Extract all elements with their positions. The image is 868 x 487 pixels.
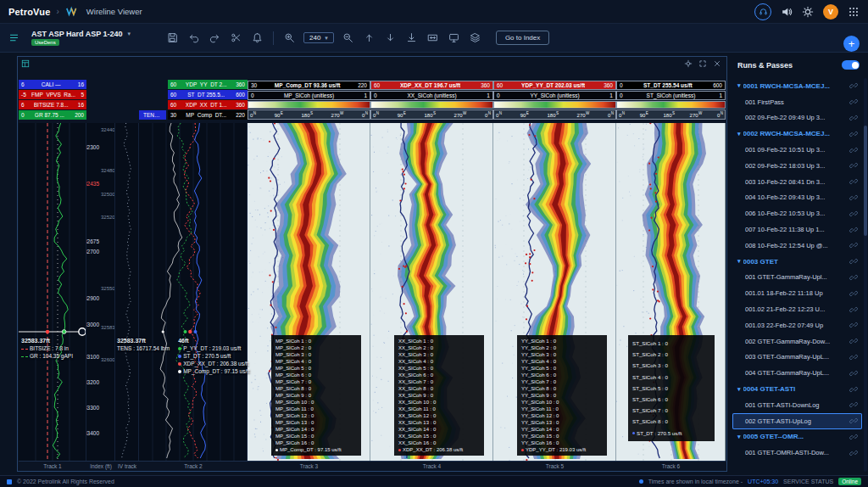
pass-item[interactable]: 001.01 18-Feb-22 11:18 Up [732, 285, 862, 301]
undo-button[interactable] [186, 31, 201, 45]
pass-label: 001 GTET-OMRI-ASTI-Dow... [745, 449, 847, 456]
azimuth-value: 0 [717, 113, 720, 118]
pass-item[interactable]: 002 09-Feb-22 18:03 Up 3... [732, 158, 862, 174]
azimuth-label: 180S [663, 111, 675, 118]
plot-col-7[interactable]: ST_SlCoh 1 : 0ST_SlCoh 2 : 0ST_SlCoh 3 :… [616, 123, 726, 461]
legend-line: ST_SlCoh 6 : 0 [632, 394, 710, 405]
track2-curve-header: 30MP_Comp_DT...220 [168, 110, 248, 120]
pass-item[interactable]: 002 09-Feb-22 09:49 Up 3... [732, 110, 862, 126]
pass-item[interactable]: 004 10-Feb-22 09:43 Up 3... [732, 190, 862, 206]
plot-col-1[interactable]: 3230032435326753270032900330003310033200… [86, 123, 115, 461]
template-selector[interactable]: AST ASP Hard ASP 1-240 ▾ UseDens [31, 30, 159, 46]
panel-expand-icon[interactable] [698, 59, 707, 68]
pass-item[interactable]: 006 10-Feb-22 10:53 Up 3... [732, 205, 862, 221]
plot-col-6[interactable]: YY_SlCoh 1 : 0YY_SlCoh 2 : 0YY_SlCoh 3 :… [493, 123, 616, 461]
runs-section[interactable]: ▾0004 GTET-ASTI [732, 381, 862, 397]
pass-item[interactable]: 003 GTET-GammaRay-UpL... [732, 350, 862, 366]
zoom-in-button[interactable] [282, 31, 297, 45]
legend-line: XX_SlCoh 15 : 0 [398, 433, 480, 439]
runs-section[interactable]: ▾0002 RWCH-MCSA-MCEJ... [732, 126, 862, 142]
legend-line: XX_SlCoh 11 : 0 [398, 406, 480, 412]
pass-item[interactable]: 001 FirstPass [732, 94, 862, 110]
pass-item[interactable]: 002 GTET-ASTI-UpLog [732, 413, 862, 429]
service-status-badge: Online [838, 478, 861, 485]
runs-section[interactable]: ▾0005 GTET--OMR... [732, 429, 862, 445]
support-headset-icon[interactable] [754, 3, 771, 20]
azimuth-label: 270W [577, 111, 590, 118]
scrollbar-thumb[interactable] [864, 126, 867, 236]
readout-columns: 32583.37ftTENS : 16717.54 lbm46ftP_YY_DT… [117, 337, 250, 375]
scale-min: 0 [620, 82, 623, 88]
depth-label-zoomed: 32520 [101, 215, 115, 220]
plot-col-4[interactable]: MP_SlCoh 1 : 0MP_SlCoh 2 : 0MP_SlCoh 3 :… [248, 123, 370, 461]
curve-marker-icon [178, 355, 181, 358]
cut-button[interactable] [229, 31, 243, 45]
link-icon [849, 177, 858, 186]
pass-item[interactable]: 001.02 21-Feb-22 12:23 U... [732, 301, 862, 317]
azimuth-dir: N [376, 111, 379, 115]
azimuth-label: 0N [373, 111, 379, 118]
speaker-icon[interactable] [781, 6, 793, 18]
azimuth-value: 180 [663, 113, 671, 118]
depth-label: 33300 [86, 404, 99, 410]
pass-item[interactable]: 002 GTET-GammaRay-Dow... [732, 333, 862, 350]
plot-col-5[interactable]: XX_SlCoh 1 : 0XX_SlCoh 2 : 0XX_SlCoh 3 :… [370, 123, 493, 461]
viewer-toolbar: AST ASP Hard ASP 1-240 ▾ UseDens 240 ▾ G… [0, 24, 868, 53]
scale-select[interactable]: 240 ▾ [303, 32, 334, 43]
legend-line: YY_SlCoh 14 : 0 [521, 426, 603, 433]
pass-label: 001.01 18-Feb-22 11:18 Up [745, 289, 847, 297]
user-avatar[interactable]: V [823, 4, 838, 20]
settings-gear-icon[interactable] [802, 6, 814, 18]
link-icon [849, 353, 858, 361]
pass-item[interactable]: 001 GTET-OMRI-ASTI-Dow... [732, 445, 862, 461]
header-col-1 [86, 57, 115, 123]
scroll-up-button[interactable] [362, 31, 376, 45]
pass-item[interactable]: 004 GTET-GammaRay-UpL... [732, 365, 862, 381]
scroll-down-button[interactable] [383, 31, 398, 45]
brand-logo[interactable]: PetroVue [8, 7, 50, 17]
pass-item[interactable]: 007 10-Feb-22 11:38 Up 1... [732, 221, 862, 238]
legend-final-line: MP_Comp_DT : 97.15 us/ft [275, 446, 357, 453]
runs-section[interactable]: ▾0001 RWCH-MCSA-MCEJ... [732, 78, 862, 94]
presets-list-icon[interactable] [7, 31, 21, 45]
add-button[interactable]: + [843, 36, 860, 52]
panel-settings-gear-icon[interactable] [684, 59, 693, 68]
pass-item[interactable]: 001 GTET-GammaRay-Upl... [732, 270, 862, 286]
alerts-bell-button[interactable] [250, 31, 264, 45]
save-button[interactable] [165, 31, 180, 45]
curve-max: 220 [236, 112, 245, 118]
sidebar-scrollbar[interactable] [864, 78, 867, 472]
azimuth-label: 180S [547, 111, 559, 118]
pass-label: 001.03 22-Feb-22 07:49 Up [745, 322, 847, 329]
plot-col-0[interactable]: 32583.37ftBITSIZE : 7.8 inGR : 104.35 gA… [19, 123, 86, 461]
pass-item[interactable]: 003 10-Feb-22 08:41 Dn 3... [732, 174, 862, 190]
go-to-index-button[interactable]: Go to Index [496, 31, 549, 45]
presentation-button[interactable] [447, 31, 461, 45]
legend-line: YY_SlCoh 10 : 0 [521, 399, 603, 406]
link-icon [849, 114, 858, 122]
legend-line: MP_SlCoh 13 : 0 [275, 419, 357, 426]
pass-label: 006 10-Feb-22 10:53 Up 3... [745, 210, 847, 217]
apps-grid-icon[interactable] [848, 6, 860, 18]
timezone-link[interactable]: UTC+05:30 [748, 479, 778, 484]
pass-item[interactable]: 001 GTET-ASTI-DownLog [732, 397, 862, 413]
plot-col-3[interactable] [139, 123, 248, 461]
readout-text: P_YY_DT : 219.03 us/ft [183, 345, 241, 351]
pass-item[interactable]: 001 09-Feb-22 10:51 Up 3... [732, 142, 862, 158]
redo-button[interactable] [208, 31, 222, 45]
fit-width-button[interactable] [426, 31, 440, 45]
azimuth-label: 90E [640, 111, 648, 118]
plot-col-2[interactable] [115, 123, 139, 461]
log-plot-area[interactable]: 32583.37ftBITSIZE : 7.8 inGR : 104.35 gA… [19, 123, 726, 461]
legend-line: MP_SlCoh 16 : 0 [275, 439, 357, 446]
zoom-out-button[interactable] [341, 31, 355, 45]
layers-button[interactable] [468, 31, 482, 45]
runs-passes-toggle[interactable] [842, 60, 860, 70]
panel-close-icon[interactable] [713, 59, 721, 68]
pass-item[interactable]: 008 10-Feb-22 12:54 Up @... [732, 238, 862, 254]
pass-item[interactable]: 001.03 22-Feb-22 07:49 Up [732, 317, 862, 333]
go-to-bottom-button[interactable] [404, 31, 419, 45]
curve-marker-icon [21, 356, 28, 357]
pass-label: 004 10-Feb-22 09:43 Up 3... [745, 193, 847, 201]
runs-section[interactable]: ▾0003 GTET [732, 254, 862, 270]
